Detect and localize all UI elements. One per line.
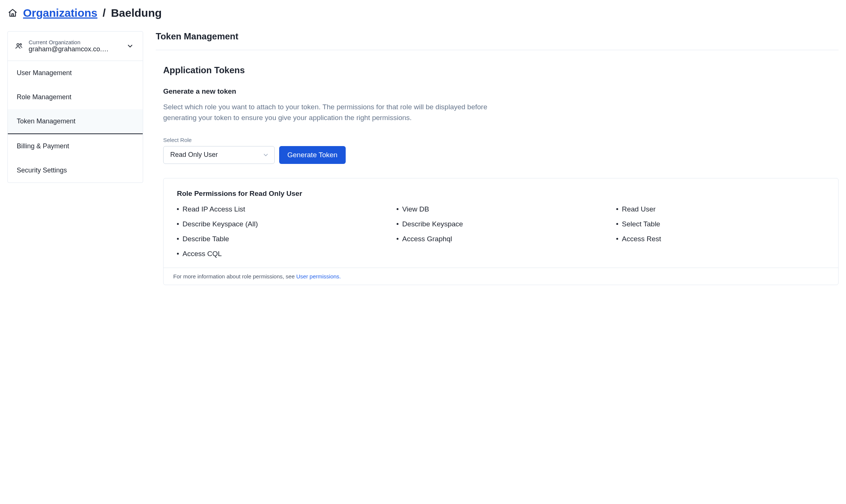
org-selector[interactable]: Current Organization graham@grahamcox.co… <box>8 32 143 61</box>
svg-point-1 <box>20 43 21 45</box>
breadcrumb-current: Baeldung <box>111 7 162 19</box>
permission-item: Describe Table <box>177 235 385 243</box>
breadcrumb-organizations-link[interactable]: Organizations <box>23 7 97 19</box>
org-selector-value: graham@grahamcox.co.… <box>29 45 109 53</box>
sidebar-item-user-management[interactable]: User Management <box>8 61 143 85</box>
sidebar-item-token-management[interactable]: Token Management <box>8 109 143 134</box>
permission-item: Read User <box>616 205 825 213</box>
section-title-application-tokens: Application Tokens <box>163 65 839 75</box>
breadcrumb-separator: / <box>103 7 106 19</box>
org-selector-label: Current Organization <box>29 39 109 45</box>
select-role-dropdown[interactable]: Read Only User <box>163 146 275 164</box>
sidebar-item-security-settings[interactable]: Security Settings <box>8 158 143 182</box>
svg-point-0 <box>17 43 19 46</box>
user-permissions-link[interactable]: User permissions. <box>296 273 341 280</box>
breadcrumb: Organizations / Baeldung <box>7 7 839 19</box>
generate-token-heading: Generate a new token <box>163 87 839 96</box>
role-permissions-card: Role Permissions for Read Only User Read… <box>163 178 839 285</box>
generate-token-button[interactable]: Generate Token <box>279 146 346 164</box>
people-icon <box>14 42 23 51</box>
permission-item: Read IP Access List <box>177 205 385 213</box>
page-title: Token Management <box>156 31 839 50</box>
permission-item: Describe Keyspace (All) <box>177 220 385 228</box>
chevron-down-icon <box>126 42 134 50</box>
permission-item: Access CQL <box>177 250 385 258</box>
role-permissions-footer: For more information about role permissi… <box>164 268 838 285</box>
sidebar: Current Organization graham@grahamcox.co… <box>7 31 143 183</box>
main-content: Token Management Application Tokens Gene… <box>156 31 839 285</box>
permission-item: Describe Keyspace <box>397 220 605 228</box>
role-permissions-list: Read IP Access List View DB Read User De… <box>177 205 825 258</box>
select-role-value: Read Only User <box>170 151 218 159</box>
generate-token-help-text: Select which role you want to attach to … <box>163 101 520 123</box>
sidebar-item-billing-payment[interactable]: Billing & Payment <box>8 134 143 158</box>
select-role-label: Select Role <box>163 137 839 143</box>
role-permissions-title: Role Permissions for Read Only User <box>177 190 825 198</box>
chevron-down-icon <box>262 152 269 158</box>
permission-item: Access Graphql <box>397 235 605 243</box>
permission-item: Access Rest <box>616 235 825 243</box>
sidebar-item-role-management[interactable]: Role Management <box>8 85 143 109</box>
permission-item: View DB <box>397 205 605 213</box>
home-icon[interactable] <box>7 8 18 18</box>
footer-text: For more information about role permissi… <box>173 273 296 280</box>
permission-item: Select Table <box>616 220 825 228</box>
